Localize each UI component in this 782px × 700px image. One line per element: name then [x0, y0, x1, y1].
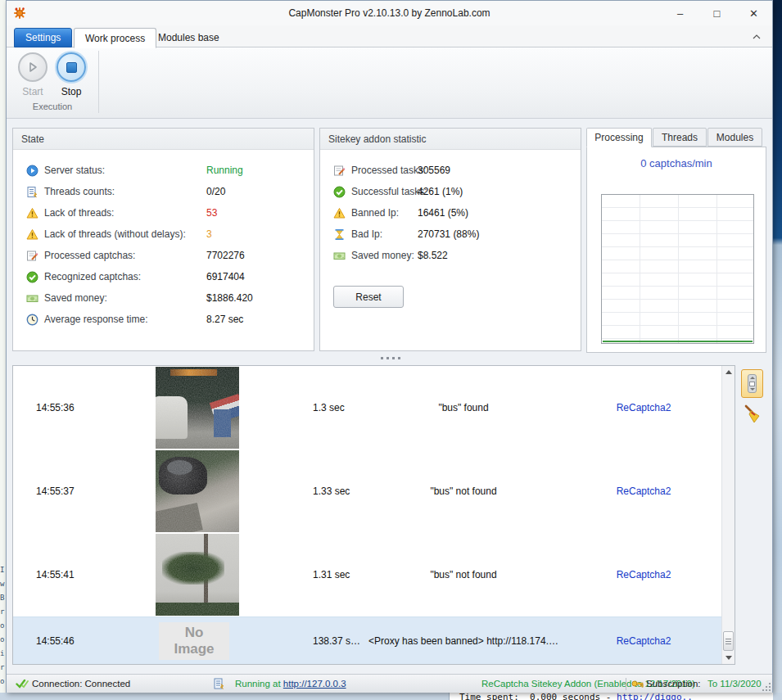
state-row-lack-of-threads-without-delays: Lack of threads (without delays):3 — [13, 224, 314, 245]
scroll-up-arrow[interactable] — [722, 366, 735, 378]
background-window-text-fragments: I w B r o o i r o — [0, 563, 4, 689]
sitekey-row-bad-ip: Bad Ip:270731 (88%) — [320, 224, 581, 245]
sitekey-row-successful-tasks: Successful tasks:4261 (1%) — [320, 181, 581, 202]
statusbar-separator — [626, 678, 626, 690]
log-time: 14:55:41 — [36, 569, 75, 580]
edit-doc-icon — [333, 165, 346, 177]
no-image-placeholder: No Image — [159, 622, 229, 660]
ribbon-tabstrip: Settings Work process Modules base — [7, 25, 772, 47]
sitekey-row-processed-tasks: Processed tasks:305569 — [320, 160, 581, 181]
subscription-value: To 11/3/2020 — [707, 679, 762, 689]
log-result: <Proxy has been banned> http://118.174.… — [332, 635, 594, 647]
state-row-recognized-captchas: Recognized captchas:6917404 — [13, 266, 314, 287]
log-scrollbar[interactable] — [721, 366, 735, 664]
log-captcha-type-link[interactable]: ReCaptcha2 — [586, 402, 701, 413]
log-time: 14:55:36 — [36, 402, 75, 413]
sitekey-panel: Sitekey addon statistic Processed tasks:… — [319, 128, 581, 351]
sitekey-row-saved-money: Saved money:$8.522 — [320, 245, 581, 266]
captcha-thumbnail-bus — [156, 367, 239, 449]
clear-log-button[interactable] — [743, 404, 762, 425]
log-captcha-type-link[interactable]: ReCaptcha2 — [586, 485, 701, 497]
status-bar: Connection: Connected Running at http://… — [7, 674, 772, 693]
capmonster-window: CapMonster Pro v2.10.13.0 by ZennoLab.co… — [6, 0, 773, 693]
state-row-saved-money: Saved money:$1886.420 — [13, 287, 314, 309]
autoscroll-toggle-button[interactable] — [741, 369, 763, 398]
splitter-handle[interactable] — [7, 355, 774, 361]
state-row-average-response-time: Average response time:8.27 sec — [13, 309, 314, 330]
monitor-panel: Processing Threads Modules 0 captchas/mi… — [586, 128, 766, 353]
tab-modules[interactable]: Modules — [707, 128, 762, 147]
subscription-label: Subscription: — [646, 679, 700, 689]
edit-doc-icon — [26, 250, 38, 262]
processing-tab-body: 0 captchas/min — [586, 147, 766, 353]
warning-icon — [26, 207, 38, 219]
collapse-ribbon-icon[interactable] — [751, 32, 762, 42]
captcha-thumbnail-palm — [156, 534, 239, 616]
log-row[interactable]: 14:55:41 1.31 sec "bus" not found ReCapt… — [13, 533, 722, 616]
reset-button[interactable]: Reset — [333, 286, 404, 308]
connection-ok-icon — [16, 678, 29, 689]
scroll-down-arrow[interactable] — [722, 652, 735, 664]
connection-status-text: Connection: Connected — [32, 679, 130, 689]
minimize-button[interactable]: – — [662, 1, 698, 25]
background-window-left-sliver: I w B r o o i r o — [0, 0, 6, 700]
check-circle-icon — [333, 186, 346, 198]
warning-icon — [333, 207, 346, 219]
resize-grip[interactable] — [761, 681, 771, 691]
chart-baseline — [603, 341, 753, 342]
tab-work-process[interactable]: Work process — [74, 28, 156, 48]
scrollbar-icon — [748, 374, 757, 393]
start-icon — [18, 52, 47, 82]
state-row-lack-of-threads: Lack of threads:53 — [13, 202, 314, 224]
state-row-server-status: Server status:Running — [13, 160, 314, 181]
scrollbar-thumb[interactable] — [723, 631, 734, 651]
money-icon — [333, 250, 346, 262]
sitekey-panel-title: Sitekey addon statistic — [320, 129, 581, 150]
stop-button[interactable]: Stop — [52, 52, 91, 97]
captcha-thumbnail-car — [156, 450, 239, 532]
tab-threads[interactable]: Threads — [653, 128, 707, 147]
captcha-rate-label: 0 captchas/min — [587, 157, 766, 169]
subscription-key-icon — [631, 679, 644, 689]
close-button[interactable]: ✕ — [735, 1, 772, 25]
start-label: Start — [13, 86, 52, 97]
ribbon-group-separator — [98, 51, 99, 113]
log-time: 14:55:37 — [36, 485, 75, 497]
execution-group-label: Execution — [7, 102, 98, 111]
log-row[interactable]: 14:55:36 1.3 sec "bus" found ReCaptcha2 — [13, 366, 722, 449]
money-icon — [26, 292, 38, 305]
titlebar: CapMonster Pro v2.10.13.0 by ZennoLab.co… — [7, 1, 772, 25]
play-circle-icon — [26, 165, 38, 177]
log-captcha-type-link[interactable]: ReCaptcha2 — [586, 569, 701, 580]
server-url-link[interactable]: http://127.0.0.3 — [283, 679, 346, 689]
captcha-rate-chart — [601, 194, 754, 344]
tab-settings[interactable]: Settings — [14, 28, 72, 47]
sitekey-row-banned-ip: Banned Ip:16461 (5%) — [320, 202, 581, 224]
log-row-selected[interactable]: 14:55:46 No Image 138.37 s… <Proxy has b… — [13, 616, 722, 664]
stop-label: Stop — [52, 86, 91, 97]
log-row[interactable]: 14:55:37 1.33 sec "bus" not found ReCapt… — [13, 449, 722, 533]
background-console-text: Time spent: 0.000 seconds - http://diggo… — [459, 693, 693, 700]
maximize-button[interactable]: □ — [698, 1, 735, 25]
tab-modules-base[interactable]: Modules base — [147, 28, 230, 47]
clock-icon — [26, 314, 38, 326]
hourglass-icon — [333, 228, 346, 241]
background-console-link: http://diggo.. — [617, 693, 693, 700]
recognition-log-list: 14:55:36 1.3 sec "bus" found ReCaptcha2 … — [12, 365, 735, 665]
state-panel: State Server status:Running Threads coun… — [12, 128, 314, 351]
state-row-threads-counts: Threads counts:0/20 — [13, 181, 314, 202]
log-time: 14:55:46 — [36, 635, 75, 647]
background-console-window: Time spent: 0.000 seconds - http://diggo… — [449, 693, 773, 700]
desktop-background — [773, 0, 782, 700]
running-at-text: Running at http://127.0.0.3 — [235, 679, 346, 689]
log-result: "bus" not found — [332, 485, 594, 497]
warning-icon — [26, 228, 38, 241]
tab-processing[interactable]: Processing — [586, 128, 652, 147]
stop-icon — [57, 52, 86, 82]
check-circle-icon — [26, 271, 38, 283]
state-panel-title: State — [13, 129, 314, 150]
log-result: "bus" found — [332, 402, 594, 413]
start-button[interactable]: Start — [13, 52, 52, 97]
log-captcha-type-link[interactable]: ReCaptcha2 — [586, 635, 701, 647]
log-result: "bus" not found — [332, 569, 594, 580]
